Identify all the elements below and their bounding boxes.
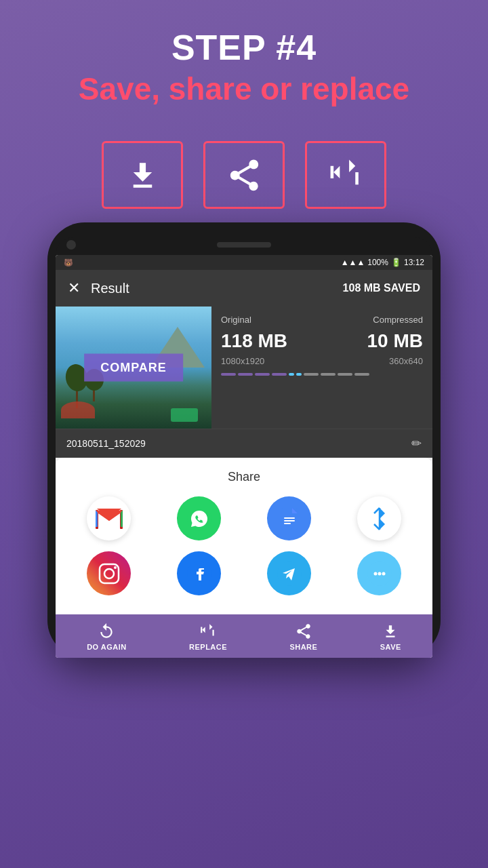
prog-10 (354, 373, 369, 376)
battery-pct: 100% (367, 258, 388, 267)
save-button[interactable]: SAVE (380, 623, 401, 651)
telegram-icon (267, 551, 311, 595)
svg-point-18 (382, 572, 385, 575)
stats-dims: 1080x1920 360x640 (221, 356, 423, 366)
content-row: COMPARE Original Compressed 118 MB 10 MB… (56, 307, 432, 429)
filename-row: 20180511_152029 ✏ (56, 429, 432, 458)
compressed-size: 10 MB (367, 330, 423, 352)
progress-row (221, 373, 423, 376)
prog-3 (255, 373, 270, 376)
messages-app[interactable] (340, 551, 419, 595)
front-camera (66, 240, 76, 250)
stats-panel: Original Compressed 118 MB 10 MB 1080x19… (211, 307, 432, 429)
signal-icon: ▲▲▲ (341, 258, 365, 267)
replace-label: REPLACE (189, 643, 227, 651)
replace-toolbar-icon (199, 623, 217, 640)
top-section: STEP #4 Save, share or replace (0, 0, 488, 121)
save-toolbar-icon (382, 623, 399, 640)
close-button[interactable]: ✕ (68, 279, 80, 297)
save-label: SAVE (380, 643, 401, 651)
svg-rect-9 (284, 523, 291, 524)
svg-rect-2 (96, 511, 98, 527)
facebook-app[interactable] (159, 551, 239, 595)
svg-point-11 (104, 569, 114, 578)
action-icon-row (102, 141, 386, 209)
share-icon (226, 157, 263, 194)
compressed-dims: 360x640 (389, 356, 423, 366)
filename-text: 20180511_152029 (66, 438, 146, 449)
phone-mockup: 🐻 ▲▲▲ 100% 🔋 13:12 ✕ Result 108 MB SAVED (47, 222, 441, 658)
gmail-icon (87, 496, 131, 540)
phone-screen: 🐻 ▲▲▲ 100% 🔋 13:12 ✕ Result 108 MB SAVED (56, 255, 432, 658)
battery-icon: 🔋 (391, 258, 401, 267)
prog-1 (221, 373, 236, 376)
share-label: SHARE (289, 643, 317, 651)
edit-icon[interactable]: ✏ (411, 436, 422, 451)
share-toolbar-icon (295, 623, 312, 640)
share-title: Share (69, 470, 419, 484)
download-icon-box[interactable] (102, 141, 183, 209)
svg-point-17 (378, 572, 381, 575)
replace-icon (327, 157, 365, 194)
result-label: Result (91, 281, 129, 296)
status-bar: 🐻 ▲▲▲ 100% 🔋 13:12 (56, 255, 432, 270)
status-bar-left: 🐻 (64, 258, 73, 267)
phone-notch (56, 237, 432, 255)
prog-8 (321, 373, 336, 376)
original-dims: 1080x1920 (221, 356, 264, 366)
step-subtitle: Save, share or replace (14, 71, 474, 107)
svg-point-16 (373, 572, 377, 575)
prog-6 (296, 373, 302, 376)
bush-decoration (171, 408, 198, 422)
compare-button[interactable]: COMPARE (84, 354, 183, 382)
share-button[interactable]: SHARE (289, 623, 317, 651)
flower-decoration (61, 401, 95, 418)
prog-2 (238, 373, 253, 376)
time-display: 13:12 (404, 258, 424, 267)
whatsapp-app[interactable] (159, 496, 239, 540)
svg-rect-8 (284, 520, 295, 521)
image-thumbnail[interactable]: COMPARE (56, 307, 211, 429)
app-header: ✕ Result 108 MB SAVED (56, 270, 432, 307)
svg-point-12 (114, 566, 117, 569)
stats-values: 118 MB 10 MB (221, 330, 423, 352)
svg-rect-7 (284, 517, 295, 519)
download-icon (124, 157, 161, 194)
stats-header: Original Compressed (221, 315, 423, 325)
original-size: 118 MB (221, 330, 287, 352)
share-grid (69, 496, 419, 602)
gdocs-app[interactable] (249, 496, 329, 540)
telegram-app[interactable] (249, 551, 329, 595)
status-icons: ▲▲▲ 100% 🔋 13:12 (341, 258, 424, 267)
prog-7 (304, 373, 319, 376)
replace-button[interactable]: REPLACE (189, 623, 227, 651)
do-again-label: DO AGAIN (87, 643, 127, 651)
prog-4 (272, 373, 287, 376)
prog-9 (338, 373, 352, 376)
original-label: Original (221, 315, 251, 325)
do-again-icon (98, 623, 115, 640)
messages-icon (357, 551, 401, 595)
replace-icon-box[interactable] (305, 141, 386, 209)
facebook-icon (177, 551, 221, 595)
svg-rect-3 (121, 511, 123, 527)
bluetooth-icon-share (357, 496, 401, 540)
phone-speaker (217, 242, 271, 248)
share-panel: Share (56, 458, 432, 614)
app-header-left: ✕ Result (68, 279, 129, 297)
prog-5 (289, 373, 294, 376)
instagram-app[interactable] (69, 551, 148, 595)
bottom-toolbar: DO AGAIN REPLACE SHARE (56, 614, 432, 658)
bluetooth-app[interactable] (340, 496, 419, 540)
share-icon-box[interactable] (203, 141, 285, 209)
saved-label: 108 MB SAVED (343, 282, 420, 294)
compressed-label: Compressed (373, 315, 423, 325)
gmail-app[interactable] (69, 496, 148, 540)
do-again-button[interactable]: DO AGAIN (87, 623, 127, 651)
whatsapp-icon (177, 496, 221, 540)
step-title: STEP #4 (14, 27, 474, 68)
gdocs-icon (267, 496, 311, 540)
instagram-icon (87, 551, 131, 595)
